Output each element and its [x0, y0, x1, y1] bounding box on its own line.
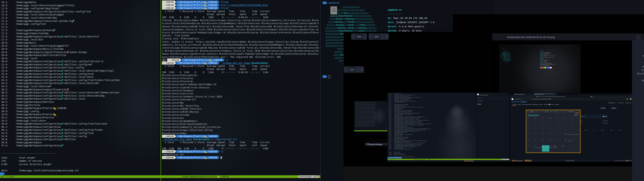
calendar-cell: 20: [527, 138, 534, 145]
zoom-percent[interactable]: 38%: [356, 33, 363, 40]
github-header: Search or jump to… Pull requests Issues …: [510, 98, 633, 100]
autojump-entry: 22.4: /home/ygg/Workspace/configuration🧪…: [1, 78, 120, 82]
zoom-percent[interactable]: 21%: [348, 66, 356, 73]
entry-path: /home/ygg/.local/share/nvim/plugged: [16, 13, 64, 16]
view-switcher: WeekMonthYear: [544, 110, 558, 113]
mini-text-lines: [355, 102, 375, 127]
autojump-entry: 14.1: /home/ygg/Notes: [1, 1, 120, 4]
entry-weight: 53.9:: [1, 135, 16, 138]
autojump-entry: 20.0: /home/ygg/.local/share/nvim/plugge…: [1, 44, 120, 48]
tmux-statusbar-left[interactable]: [0] 1:fish*: [0, 175, 160, 178]
taskbar-clock: Tue Sep 29 1:02 AM: [565, 160, 574, 161]
tmux-statusbar-middle[interactable]: /home/ygg/Workspace/Practice📐/CADCAD ‹ C…: [161, 175, 320, 178]
system-tray: 4:21▸ 16.7 °C 🔊 📶 100%▴: [616, 160, 632, 161]
github-nav: Pull requests Issues Marketplace Explore: [533, 98, 551, 100]
entry-weight: 17.3:: [1, 10, 16, 13]
zoom-in-button[interactable]: +: [360, 68, 364, 71]
cwd-chip: ~/Workspace/Practice📐/CADCAD: [176, 0, 218, 4]
calendar-cell: 14: [534, 132, 542, 138]
fullscreen-icon[interactable]: ⛶: [636, 35, 641, 40]
bell-icon: 🔔: [626, 98, 628, 100]
autojump-entry: 20.0: /home/ygg/Music: [1, 41, 120, 44]
autojump-entry: 36.1: /home/ygg/Workspace/configuration🧪…: [1, 128, 120, 132]
app-grid-icon: ⠿: [366, 144, 366, 145]
chevron-down-icon[interactable]: ⌄: [363, 36, 367, 38]
calendar-cell: 21: [534, 138, 542, 145]
zoom-out-button[interactable]: −: [368, 35, 373, 38]
prompt-line-active[interactable]: 🐍CADCAD~/Workspace/Practice📐/CADCAD: [162, 156, 319, 159]
autojump-entry: 26.5: /home/ygg/Workspace/configuration🧪…: [1, 91, 120, 94]
mini-prompt-conf: conf: [540, 71, 556, 72]
github-footer-links: …tart GitHubPricingAPITrainingBlogAbout: [574, 130, 620, 131]
cloning-into: Cloning into 'EthereumStats'...: [162, 37, 319, 40]
calendar-cell: 26: [572, 138, 580, 145]
mini-prompt-neofetch: neofetch: [501, 48, 504, 49]
entry-weight: 20.0:: [1, 41, 16, 44]
entry-path: /home/ygg/Workspace/configuration: [16, 125, 61, 128]
ascii-art-line: /////////////: [325, 6, 382, 9]
calendar-cell: 16: [550, 132, 557, 138]
prompt-line: 🐍CADCAD~/Workspace/Practice📐/CADCAD fclo…: [162, 0, 319, 4]
entry-path: /home/ygg/Workspace/configuration🧪: [16, 144, 64, 147]
repo-line: BlockScience/demos: [162, 132, 319, 135]
entry-weight: 57.4:: [1, 144, 16, 147]
autojump-entry: 26.5: /home/ygg/Workspace/configuration🧪…: [1, 97, 120, 100]
image-viewer-window-top[interactable]: [453, 14, 644, 34]
entry-path: /home/ygg/.local/bin: [16, 38, 43, 41]
entry-path: /home/ygg/Workspace/dotfiles/dotfiles: [16, 54, 66, 57]
zoom-percent[interactable]: 38%: [373, 33, 380, 40]
properties-panel[interactable]: SizeTypeFile SizeFolderApertureExposureF…: [632, 40, 644, 181]
property-label: Exposure: [632, 68, 644, 72]
repo-line: BlockScience/ethjsonrpc: [162, 80, 319, 83]
stat-value: 2135:: [1, 156, 19, 160]
entry-weight: 17.3:: [1, 32, 16, 35]
fish-prompt-idle[interactable]: ~: [323, 75, 330, 78]
autojump-entry-list: 14.1: /home/ygg/Notes 14.3: /home/ygg/.l…: [1, 1, 120, 147]
calendar-cell: 3: [557, 119, 564, 126]
left-terminal-pane[interactable]: 14.1: /home/ygg/Notes 14.3: /home/ygg/.l…: [0, 0, 160, 181]
repo-line: BlockScience/uniswap: [162, 113, 319, 116]
tmux-session-label: [0] 1:fish*: [1, 175, 14, 178]
entry-path: /home/ygg/Workspace/configuration🧪/dotfi…: [16, 78, 120, 82]
viewer-zoom-toolbar-3[interactable]: − 21% ⌄ +: [344, 66, 364, 73]
autojump-entry: 17.3: /home/ygg/.local/share/omf/pkg: [1, 16, 120, 20]
autojump-entry: 20.0: /home/ygg/Workspace/Music🎧/YouTube: [1, 48, 120, 50]
firefox-icon: [512, 160, 514, 161]
viewer-zoom-toolbar-1[interactable]: − 38% ⌄: [351, 33, 367, 40]
prompt-cwd-chip: ~: [323, 2, 326, 4]
entry-weight: 22.4:: [1, 66, 16, 69]
zoom-out-button[interactable]: −: [351, 35, 356, 38]
mini-code-tab: Code: [478, 103, 481, 104]
property-label: Date: [632, 90, 644, 93]
curl-progress: 100 119k 0 119k 0 0 114k 0 --:--:-- 0:00…: [162, 71, 319, 74]
entry-weight: 30.0:: [1, 110, 16, 113]
entry-path: /home/ygg/Workspace/Practice📐: [16, 113, 57, 116]
chevron-down-icon[interactable]: ⌄: [380, 36, 384, 38]
entry-path: /home/ygg/.local/share/omf/pkg: [16, 16, 57, 20]
mini-prompt-chip: ~/Workspace/Practice📐/CADCAD: [388, 157, 402, 158]
entry-weight: 17.3:: [1, 16, 16, 20]
autojump-entry: 52.9: /home/ygg/Workspace/configuration🧪…: [1, 132, 120, 135]
chevron-down-icon[interactable]: ⌄: [356, 69, 360, 70]
python-icon: 🐍: [163, 1, 165, 3]
calendar-cell: 18 Sara… 02:30 pm: [564, 132, 572, 138]
viewer-zoom-toolbar-2[interactable]: − 38% ⌄ +: [368, 33, 389, 40]
entry-path: /home/ygg/Pictures: [16, 104, 40, 107]
zoom-out-button[interactable]: −: [344, 68, 348, 71]
middle-terminal-pane[interactable]: 🐍CADCAD~/Workspace/Practice📐/CADCAD fclo…: [160, 0, 320, 181]
command-arg-blockscience: blockscience: [252, 62, 268, 64]
zoom-in-button[interactable]: +: [384, 35, 389, 38]
urlbar: 🔒 github.com/LinuxIsCool/configuration/t…: [535, 96, 591, 97]
mini-github-pane: BlockScience/cadCA… Search o… ▤ LinuxIsC…: [476, 93, 509, 159]
entry-weight: 56.6:: [1, 141, 16, 144]
autojump-entry: 17.3: /home/ygg/Workspace/linuxiscool.gi…: [1, 20, 120, 22]
viewer-headerbar[interactable]: Screenshot from 2020-09-29 01-02-25.png …: [492, 34, 644, 40]
stat-row: 2135: total weight: [1, 156, 52, 160]
calendar-icon: [526, 160, 527, 161]
browser-tab-active: configuration/popos-gn…: [534, 93, 554, 95]
mini-org-link: LinuxIsCo…: [478, 100, 484, 102]
entry-weight: 28.3:: [1, 104, 16, 107]
entry-weight: 17.3:: [1, 35, 16, 38]
volume-icon: 🔊: [625, 160, 626, 161]
autojump-entry: 26.5: /home/ygg/Workspace/LongtailFinanc…: [1, 88, 120, 91]
